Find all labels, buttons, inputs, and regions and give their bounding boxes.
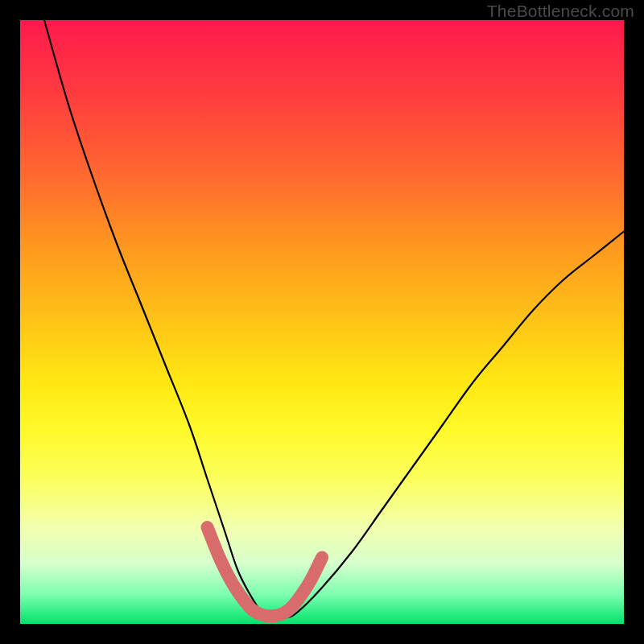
chart-frame: TheBottleneck.com	[0, 0, 644, 644]
plot-area	[20, 20, 624, 624]
watermark-text: TheBottleneck.com	[487, 2, 634, 21]
chart-svg	[20, 20, 624, 624]
bottleneck-curve	[44, 20, 624, 619]
optimal-zone-marker	[208, 527, 323, 616]
